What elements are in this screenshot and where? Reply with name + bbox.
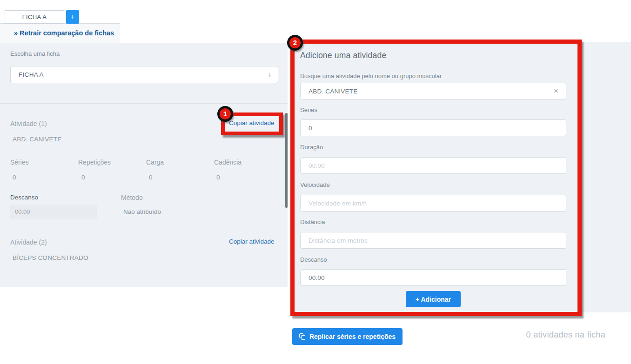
series-label: Séries bbox=[10, 159, 29, 166]
divider bbox=[0, 103, 288, 104]
activity-1-title: Atividade (1) bbox=[10, 120, 47, 127]
ficha-select-value: FICHA A bbox=[19, 66, 44, 83]
cadencia-value: 0 bbox=[216, 174, 220, 181]
activity-2-title: Atividade (2) bbox=[10, 238, 47, 246]
metodo-value: Não atribuído bbox=[123, 208, 161, 215]
comparison-panel: Escolha uma ficha FICHA A ▲▼ Atividade (… bbox=[0, 43, 288, 287]
divider bbox=[10, 228, 274, 228]
activity-2-name: BÍCEPS CONCENTRADO bbox=[13, 254, 88, 261]
collapse-comparison-link[interactable]: » Retrair comparação de fichas bbox=[14, 24, 114, 43]
repeticoes-label: Repetições bbox=[78, 159, 111, 166]
activity-1-name: ABD. CANIVETE bbox=[13, 136, 61, 143]
annotation-badge-2: 2 bbox=[287, 35, 303, 51]
carga-label: Carga bbox=[146, 159, 164, 166]
descanso-label: Descanso bbox=[10, 194, 38, 201]
copy-icon bbox=[299, 333, 306, 340]
scrollbar-thumb[interactable] bbox=[285, 113, 288, 208]
series-value: 0 bbox=[13, 174, 16, 181]
select-arrows-icon: ▲▼ bbox=[268, 72, 271, 78]
replicate-series-button[interactable]: Replicar séries e repetições bbox=[292, 328, 403, 345]
cadencia-label: Cadência bbox=[214, 159, 242, 166]
annotation-box-2 bbox=[290, 40, 582, 316]
annotation-badge-1: 1 bbox=[217, 106, 233, 122]
comparison-toggle-bar: » Retrair comparação de fichas bbox=[0, 23, 120, 43]
replicate-series-label: Replicar séries e repetições bbox=[309, 333, 396, 340]
descanso-value: 00:00 bbox=[10, 205, 97, 219]
metodo-label: Método bbox=[121, 194, 143, 201]
page: FICHA A + » Retrair comparação de fichas… bbox=[0, 0, 631, 364]
divider bbox=[289, 348, 631, 348]
ficha-select[interactable]: FICHA A ▲▼ bbox=[10, 66, 278, 83]
add-ficha-button[interactable]: + bbox=[66, 10, 79, 24]
repeticoes-value: 0 bbox=[81, 174, 85, 181]
carga-value: 0 bbox=[149, 174, 153, 181]
descanso-value-box: 00:00 bbox=[10, 205, 97, 219]
copy-activity-2-link[interactable]: Copiar atividade bbox=[229, 238, 275, 245]
activities-count-text: 0 atividades na ficha bbox=[465, 330, 605, 340]
choose-ficha-label: Escolha uma ficha bbox=[10, 50, 60, 57]
tab-ficha-a[interactable]: FICHA A bbox=[5, 10, 64, 24]
